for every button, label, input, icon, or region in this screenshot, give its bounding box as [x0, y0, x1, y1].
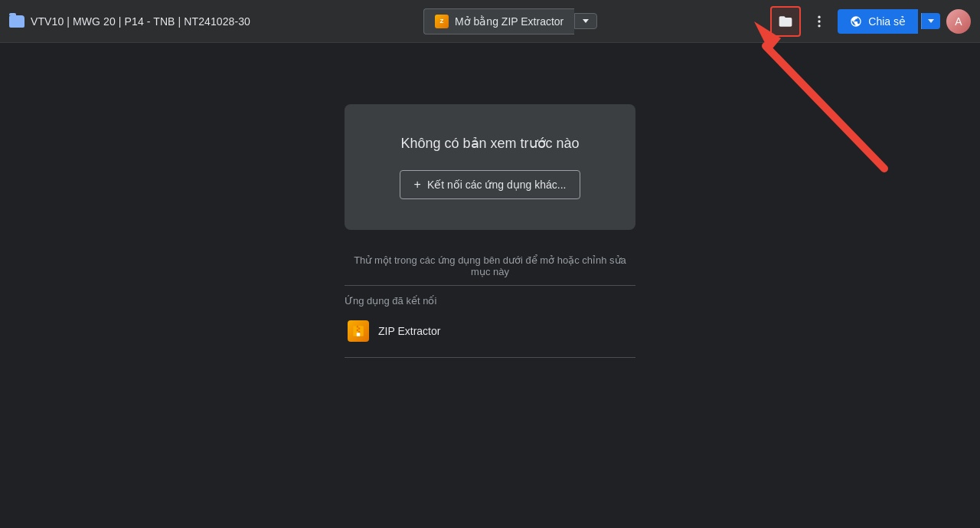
zip-extractor-app-icon: [348, 320, 369, 342]
svg-rect-8: [357, 333, 361, 336]
share-button[interactable]: Chia sẻ: [838, 9, 918, 34]
top-divider: [345, 285, 635, 286]
folder-icon: [778, 14, 793, 29]
chevron-down-icon: [583, 19, 589, 23]
apps-section: Thử một trong các ứng dụng bên dưới để m…: [345, 254, 635, 358]
zip-extractor-name: ZIP Extractor: [378, 325, 440, 337]
share-dropdown-button[interactable]: [921, 13, 940, 29]
bottom-divider: [345, 357, 635, 358]
svg-rect-4: [357, 326, 358, 327]
share-label: Chia sẻ: [868, 15, 906, 28]
svg-point-1: [818, 20, 821, 22]
more-options-button[interactable]: [804, 6, 835, 37]
share-chevron-icon: [928, 19, 934, 23]
zip-extractor-app-item[interactable]: ZIP Extractor: [345, 314, 635, 348]
svg-rect-6: [357, 330, 358, 331]
open-with-label: Mở bằng ZIP Extractor: [455, 15, 564, 28]
main-content: Không có bản xem trước nào + Kết nối các…: [0, 43, 980, 528]
no-preview-title: Không có bản xem trước nào: [390, 135, 590, 152]
open-with-dropdown-button[interactable]: [574, 13, 597, 29]
plus-icon: +: [414, 178, 421, 192]
topbar-left: VTV10 | MWG 20 | P14 - TNB | NT241028-30: [9, 15, 250, 28]
connect-apps-label: Kết nối các ứng dụng khác...: [427, 179, 567, 191]
topbar-title: VTV10 | MWG 20 | P14 - TNB | NT241028-30: [31, 15, 250, 28]
topbar: VTV10 | MWG 20 | P14 - TNB | NT241028-30…: [0, 0, 980, 43]
folder-button[interactable]: [770, 6, 801, 37]
suggestion-text: Thử một trong các ứng dụng bên dưới để m…: [345, 254, 635, 277]
svg-rect-5: [358, 328, 360, 330]
open-with-button[interactable]: Z Mở bằng ZIP Extractor: [423, 8, 574, 34]
topbar-center: Z Mở bằng ZIP Extractor: [423, 8, 597, 34]
user-avatar[interactable]: A: [946, 9, 971, 34]
more-vert-icon: [812, 14, 827, 29]
zip-extractor-icon: Z: [435, 15, 449, 28]
globe-icon: [850, 15, 862, 28]
zip-icon-svg: [351, 324, 365, 338]
no-preview-card: Không có bản xem trước nào + Kết nối các…: [345, 104, 635, 230]
svg-rect-7: [358, 331, 360, 333]
connect-apps-button[interactable]: + Kết nối các ứng dụng khác...: [400, 170, 581, 199]
file-folder-icon: [9, 15, 24, 28]
topbar-right: Chia sẻ A: [770, 6, 971, 37]
svg-point-2: [818, 25, 821, 27]
svg-point-0: [818, 15, 821, 18]
connected-apps-label: Ứng dụng đã kết nối: [345, 295, 635, 307]
